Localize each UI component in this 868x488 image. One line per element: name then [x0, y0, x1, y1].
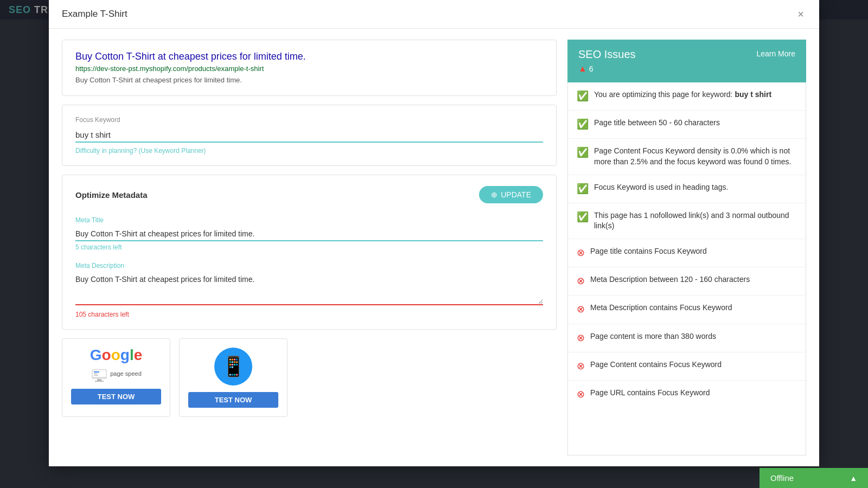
mobile-test-button[interactable]: TEST NOW: [188, 392, 278, 408]
seo-item-meta-desc-length: ⊗ Meta Description between 120 - 160 cha…: [568, 267, 806, 296]
update-icon: ⊕: [491, 190, 497, 199]
seo-item-title-keyword: ⊗ Page title contains Focus Keyword: [568, 239, 806, 267]
seo-item-links: ✅ This page has 1 nofollowed link(s) and…: [568, 203, 806, 239]
meta-title-chars-left: 5 characters left: [75, 243, 543, 251]
mobile-icon-circle: 📱: [214, 348, 252, 386]
meta-title-label: Meta Title: [75, 216, 543, 224]
offline-label: Offline: [770, 473, 794, 483]
svg-rect-4: [94, 371, 99, 373]
meta-desc-label: Meta Description: [75, 262, 543, 269]
svg-rect-2: [97, 379, 101, 381]
keyword-planner-link[interactable]: Difficulty in planning? (Use Keyword Pla…: [75, 147, 543, 155]
warning-icon: ▲: [578, 64, 587, 74]
page-speed-sub: page speed: [91, 365, 142, 382]
seo-err-icon-3: ⊗: [577, 303, 585, 316]
modal: Example T-Shirt × Buy Cotton T-Shirt at …: [49, 0, 819, 466]
seo-err-icon-4: ⊗: [577, 331, 585, 345]
update-button[interactable]: ⊕ UPDATE: [479, 186, 543, 203]
seo-item-text-10: Page Content contains Focus Keyword: [590, 359, 797, 370]
seo-err-icon-1: ⊗: [577, 246, 585, 260]
google-pagespeed-test-button[interactable]: TEST NOW: [71, 389, 161, 404]
meta-title-input[interactable]: [75, 227, 543, 241]
seo-item-text-3: Page Content Focus Keyword density is 0.…: [594, 146, 797, 167]
seo-header-left: SEO Issues ▲ 6: [578, 48, 636, 74]
google-pagespeed-logo: Google: [90, 348, 142, 382]
seo-item-meta-desc-keyword: ⊗ Meta Description contains Focus Keywor…: [568, 296, 806, 324]
bottom-cards: Google: [62, 338, 557, 422]
g-letter-o2: o: [111, 346, 120, 363]
modal-title: Example T-Shirt: [62, 9, 127, 20]
focus-keyword-card: Focus Keyword Difficulty in planning? (U…: [62, 105, 557, 166]
seo-item-keyword: ✅ You are optimizing this page for keywo…: [568, 82, 806, 111]
left-panel: Buy Cotton T-Shirt at cheapest prices fo…: [62, 40, 557, 455]
svg-rect-6: [94, 375, 98, 376]
seo-ok-icon-3: ✅: [577, 146, 589, 159]
meta-card-header: Optimize Metadata ⊕ UPDATE: [75, 186, 543, 203]
mobile-test-card: 📱 TEST NOW: [179, 338, 288, 417]
seo-item-text-11: Page URL contains Focus Keyword: [590, 388, 797, 399]
seo-item-text-7: Meta Description between 120 - 160 chara…: [590, 274, 797, 285]
preview-description: Buy Cotton T-Shirt at cheapest prices fo…: [75, 76, 242, 84]
svg-rect-3: [95, 381, 104, 382]
meta-desc-chars-left: 105 characters left: [75, 311, 543, 318]
seo-item-text-6: Page title contains Focus Keyword: [590, 246, 797, 257]
optimize-metadata-card: Optimize Metadata ⊕ UPDATE Meta Title 5 …: [62, 175, 557, 330]
seo-badge-count: 6: [589, 65, 593, 73]
seo-issues-badge: ▲ 6: [578, 64, 636, 74]
seo-item-heading: ✅ Focus Keyword is used in heading tags.: [568, 175, 806, 203]
seo-ok-icon-5: ✅: [577, 210, 589, 224]
g-letter-g: G: [90, 346, 102, 363]
meta-desc-textarea[interactable]: [75, 273, 543, 305]
modal-header: Example T-Shirt ×: [49, 0, 819, 29]
seo-item-text-2: Page title between 50 - 60 characters: [594, 118, 797, 129]
seo-err-icon-2: ⊗: [577, 274, 585, 288]
seo-ok-icon-4: ✅: [577, 182, 589, 196]
preview-url: https://dev-store-pst.myshopify.com/prod…: [75, 65, 543, 73]
modal-overlay: Example T-Shirt × Buy Cotton T-Shirt at …: [0, 0, 868, 488]
seo-issues-header: SEO Issues ▲ 6 Learn More: [567, 40, 806, 82]
seo-item-content-words: ⊗ Page content is more than 380 words: [568, 324, 806, 352]
seo-ok-icon-2: ✅: [577, 118, 589, 131]
learn-more-link[interactable]: Learn More: [756, 48, 795, 58]
offline-chevron: ▲: [850, 474, 857, 483]
google-logo-text: Google: [90, 348, 142, 363]
preview-card: Buy Cotton T-Shirt at cheapest prices fo…: [62, 40, 557, 96]
seo-issues-list: ✅ You are optimizing this page for keywo…: [567, 82, 806, 455]
seo-item-content-keyword: ⊗ Page Content contains Focus Keyword: [568, 352, 806, 381]
seo-err-icon-6: ⊗: [577, 388, 585, 401]
g-letter-o1: o: [102, 346, 111, 363]
offline-badge[interactable]: Offline ▲: [760, 468, 868, 488]
page-speed-text: page speed: [110, 370, 142, 377]
pagespeed-icon: [91, 365, 108, 382]
focus-keyword-input[interactable]: [75, 128, 543, 143]
seo-item-text-4: Focus Keyword is used in heading tags.: [594, 182, 797, 193]
seo-item-text-9: Page content is more than 380 words: [590, 331, 797, 342]
modal-body: Buy Cotton T-Shirt at cheapest prices fo…: [49, 29, 819, 466]
g-letter-e: e: [134, 346, 143, 363]
meta-card-title: Optimize Metadata: [75, 190, 148, 200]
g-letter-g2: g: [120, 346, 130, 363]
right-panel: SEO Issues ▲ 6 Learn More ✅ You are opti…: [567, 40, 806, 455]
preview-title[interactable]: Buy Cotton T-Shirt at cheapest prices fo…: [75, 51, 543, 62]
g-letter-l: l: [130, 346, 134, 363]
seo-item-url-keyword: ⊗ Page URL contains Focus Keyword: [568, 381, 806, 408]
svg-rect-5: [94, 373, 97, 374]
modal-close-button[interactable]: ×: [795, 9, 806, 20]
seo-ok-icon-1: ✅: [577, 89, 589, 103]
seo-issues-title: SEO Issues: [578, 48, 636, 61]
seo-item-text-8: Meta Description contains Focus Keyword: [590, 303, 797, 313]
update-label: UPDATE: [501, 190, 531, 199]
seo-item-text-1: You are optimizing this page for keyword…: [594, 89, 797, 100]
seo-item-title-length: ✅ Page title between 50 - 60 characters: [568, 111, 806, 139]
focus-keyword-label: Focus Keyword: [75, 116, 543, 124]
seo-err-icon-5: ⊗: [577, 359, 585, 373]
google-pagespeed-card: Google: [62, 338, 170, 417]
seo-item-text-5: This page has 1 nofollowed link(s) and 3…: [594, 210, 797, 232]
mobile-icon: 📱: [221, 355, 246, 378]
seo-item-density: ✅ Page Content Focus Keyword density is …: [568, 139, 806, 175]
